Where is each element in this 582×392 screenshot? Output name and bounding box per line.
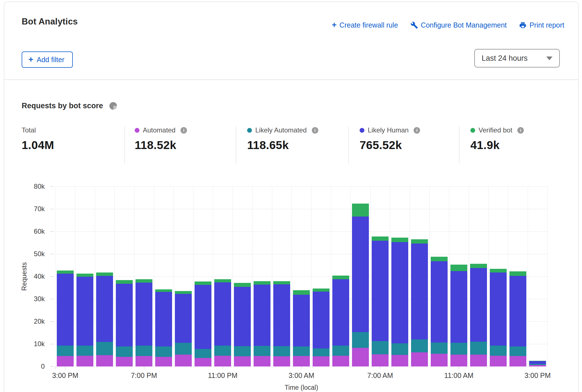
x-axis-tick	[223, 366, 223, 369]
add-filter-button[interactable]: + Add filter	[22, 51, 73, 68]
stat-value: 765.52k	[360, 139, 420, 152]
y-axis-title: Requests	[20, 186, 28, 366]
plus-icon: +	[28, 55, 33, 64]
chart-bar[interactable]	[155, 289, 172, 366]
info-icon[interactable]: i	[312, 127, 318, 134]
y-axis-tick-label: 50k	[34, 250, 45, 258]
bar-segment-automated	[195, 358, 211, 366]
chart-bar[interactable]	[352, 204, 369, 366]
y-axis-tick	[50, 321, 54, 322]
chart-bar[interactable]	[411, 239, 428, 366]
bar-segment-likely-human	[195, 285, 211, 349]
legend-dot-verified-bot	[470, 128, 475, 133]
stat-value: 118.65k	[247, 139, 318, 152]
chart-bar[interactable]	[195, 281, 211, 366]
chart-bar[interactable]	[214, 279, 231, 366]
bar-segment-likely-automated	[332, 346, 349, 356]
bar-segment-automated	[450, 355, 467, 366]
bar-segment-likely-human	[313, 292, 330, 348]
x-axis-tick-label: 3:00 PM	[524, 371, 551, 380]
bar-segment-verified-bot	[529, 361, 546, 361]
bar-segment-likely-human	[490, 272, 507, 346]
bar-segment-automated	[175, 355, 192, 366]
y-axis-tick	[50, 209, 54, 209]
chart-bar[interactable]	[96, 272, 113, 366]
gridline-v	[547, 186, 548, 366]
info-icon[interactable]: i	[181, 127, 187, 134]
stat-value: 41.9k	[470, 139, 524, 152]
bar-segment-automated	[116, 357, 133, 366]
chart-bar[interactable]	[234, 283, 251, 366]
chart-bar[interactable]	[293, 290, 310, 366]
bar-segment-likely-automated	[470, 342, 487, 355]
chart-bar[interactable]	[332, 276, 349, 366]
bar-segment-automated	[332, 356, 349, 366]
chart-bar[interactable]	[391, 238, 408, 366]
configure-bot-management-link[interactable]: Configure Bot Management	[410, 21, 507, 29]
bar-segment-verified-bot	[234, 283, 251, 287]
bar-segment-automated	[57, 356, 74, 366]
time-range-select[interactable]: Last 24 hours	[474, 49, 560, 67]
bar-segment-automated	[470, 355, 487, 366]
y-axis-tick-label: 70k	[34, 205, 45, 213]
chart-bar[interactable]	[175, 291, 192, 366]
bar-segment-likely-human	[57, 274, 74, 346]
print-report-link[interactable]: Print report	[519, 21, 564, 29]
bar-segment-automated	[372, 354, 389, 366]
chart-bar[interactable]	[490, 269, 507, 366]
x-axis-tick-label: 7:00 PM	[131, 371, 157, 380]
y-axis-tick	[50, 366, 54, 367]
stat-label: Likely Human	[368, 126, 409, 134]
stat-label: Automated	[143, 126, 175, 134]
y-axis-tick-label: 20k	[34, 317, 45, 325]
y-axis-tick-label: 10k	[34, 340, 45, 348]
bar-segment-automated	[352, 348, 369, 366]
x-axis-tick	[144, 366, 144, 369]
stat-divider	[348, 126, 349, 163]
bar-segment-likely-automated	[254, 346, 270, 356]
stat-label: Likely Automated	[255, 126, 307, 134]
chart-bar[interactable]	[431, 257, 448, 366]
bar-segment-verified-bot	[313, 289, 330, 292]
y-axis-tick	[50, 231, 54, 232]
chart-bar[interactable]	[313, 289, 330, 366]
bar-segment-likely-automated	[76, 346, 93, 356]
create-firewall-rule-link[interactable]: + Create firewall rule	[332, 21, 398, 29]
bar-segment-likely-automated	[411, 339, 428, 352]
stat-likely-human: Likely Human i 765.52k	[360, 126, 420, 152]
section-title: Requests by bot score	[22, 102, 103, 110]
chart-bar[interactable]	[136, 279, 152, 366]
chart-bar[interactable]	[116, 280, 133, 366]
bar-segment-automated	[96, 355, 113, 366]
chart-bar[interactable]	[509, 271, 526, 366]
chart-bar[interactable]	[57, 271, 74, 366]
bar-segment-likely-automated	[431, 343, 448, 354]
y-axis-tick	[50, 299, 54, 299]
x-axis-tick	[459, 366, 459, 369]
bar-segment-automated	[293, 356, 310, 366]
chart-bar[interactable]	[470, 264, 487, 366]
chart-bar[interactable]	[273, 281, 290, 366]
y-axis-tick-label: 40k	[34, 272, 45, 280]
chart-bar[interactable]	[76, 274, 93, 366]
x-axis-tick	[65, 366, 66, 369]
x-axis-tick-label: 3:00 PM	[52, 371, 78, 380]
info-icon[interactable]: i	[414, 127, 420, 134]
bar-segment-likely-human	[470, 268, 487, 342]
y-axis-tick-label: 0	[41, 362, 45, 370]
bar-segment-automated	[76, 356, 93, 366]
bar-segment-automated	[214, 356, 231, 366]
gridline-h	[55, 231, 547, 232]
chart-bar[interactable]	[254, 281, 270, 366]
bar-segment-likely-human	[116, 284, 133, 346]
bar-segment-likely-automated	[273, 346, 290, 356]
chart-bar[interactable]	[529, 361, 546, 366]
bar-segment-automated	[313, 356, 330, 366]
bar-segment-likely-automated	[214, 346, 231, 356]
legend-dot-automated	[135, 128, 139, 133]
info-icon[interactable]: i	[517, 127, 524, 134]
bar-segment-automated	[136, 356, 152, 366]
chart-bar[interactable]	[372, 236, 389, 366]
chart-bar[interactable]	[450, 265, 467, 366]
header-divider	[4, 80, 578, 80]
